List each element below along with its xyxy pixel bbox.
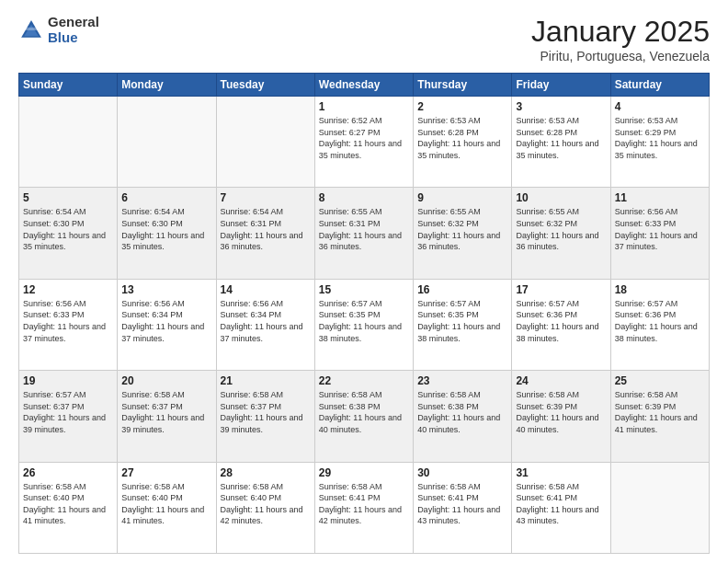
day-info: Sunrise: 6:54 AMSunset: 6:31 PMDaylight:… — [221, 206, 311, 252]
day-number: 9 — [417, 191, 507, 204]
calendar-cell: 1Sunrise: 6:52 AMSunset: 6:27 PMDaylight… — [314, 97, 413, 188]
day-number: 10 — [516, 191, 606, 204]
calendar-cell: 15Sunrise: 6:57 AMSunset: 6:35 PMDayligh… — [314, 279, 413, 370]
day-number: 4 — [615, 100, 705, 113]
header: General Blue January 2025 Piritu, Portug… — [18, 15, 710, 63]
day-info: Sunrise: 6:58 AMSunset: 6:40 PMDaylight:… — [221, 481, 311, 527]
weekday-header: Monday — [118, 74, 216, 97]
calendar-cell: 8Sunrise: 6:55 AMSunset: 6:31 PMDaylight… — [314, 188, 413, 279]
day-info: Sunrise: 6:58 AMSunset: 6:39 PMDaylight:… — [516, 389, 606, 435]
day-info: Sunrise: 6:58 AMSunset: 6:39 PMDaylight:… — [615, 389, 705, 435]
calendar-cell: 5Sunrise: 6:54 AMSunset: 6:30 PMDaylight… — [19, 188, 118, 279]
calendar-cell — [610, 462, 709, 553]
calendar-cell: 14Sunrise: 6:56 AMSunset: 6:34 PMDayligh… — [216, 279, 314, 370]
logo-icon — [18, 17, 44, 43]
calendar-cell: 13Sunrise: 6:56 AMSunset: 6:34 PMDayligh… — [118, 279, 216, 370]
calendar-cell: 10Sunrise: 6:55 AMSunset: 6:32 PMDayligh… — [512, 188, 610, 279]
calendar-cell: 31Sunrise: 6:58 AMSunset: 6:41 PMDayligh… — [512, 462, 610, 553]
day-number: 5 — [23, 191, 113, 204]
day-number: 20 — [121, 374, 211, 387]
calendar-cell — [216, 97, 314, 188]
day-number: 14 — [221, 283, 311, 296]
day-info: Sunrise: 6:57 AMSunset: 6:35 PMDaylight:… — [417, 298, 507, 344]
day-info: Sunrise: 6:53 AMSunset: 6:29 PMDaylight:… — [615, 115, 705, 161]
day-info: Sunrise: 6:56 AMSunset: 6:34 PMDaylight:… — [121, 298, 211, 344]
day-info: Sunrise: 6:58 AMSunset: 6:41 PMDaylight:… — [319, 481, 409, 527]
calendar-cell: 22Sunrise: 6:58 AMSunset: 6:38 PMDayligh… — [314, 371, 413, 462]
calendar-week-row: 5Sunrise: 6:54 AMSunset: 6:30 PMDaylight… — [19, 188, 710, 279]
calendar-cell: 2Sunrise: 6:53 AMSunset: 6:28 PMDaylight… — [414, 97, 512, 188]
calendar-cell: 27Sunrise: 6:58 AMSunset: 6:40 PMDayligh… — [118, 462, 216, 553]
weekday-header: Tuesday — [216, 74, 314, 97]
day-number: 6 — [121, 191, 211, 204]
calendar-cell: 20Sunrise: 6:58 AMSunset: 6:37 PMDayligh… — [118, 371, 216, 462]
day-info: Sunrise: 6:56 AMSunset: 6:33 PMDaylight:… — [615, 206, 705, 252]
calendar-week-row: 12Sunrise: 6:56 AMSunset: 6:33 PMDayligh… — [19, 279, 710, 370]
day-info: Sunrise: 6:58 AMSunset: 6:40 PMDaylight:… — [121, 481, 211, 527]
weekday-header: Sunday — [19, 74, 118, 97]
calendar-cell: 18Sunrise: 6:57 AMSunset: 6:36 PMDayligh… — [610, 279, 709, 370]
day-info: Sunrise: 6:54 AMSunset: 6:30 PMDaylight:… — [23, 206, 113, 252]
day-number: 31 — [516, 466, 606, 479]
calendar-cell: 9Sunrise: 6:55 AMSunset: 6:32 PMDaylight… — [414, 188, 512, 279]
day-number: 18 — [615, 283, 705, 296]
day-info: Sunrise: 6:53 AMSunset: 6:28 PMDaylight:… — [417, 115, 507, 161]
title-section: January 2025 Piritu, Portuguesa, Venezue… — [531, 15, 710, 63]
day-info: Sunrise: 6:55 AMSunset: 6:32 PMDaylight:… — [516, 206, 606, 252]
svg-rect-2 — [26, 27, 37, 29]
day-number: 28 — [221, 466, 311, 479]
day-number: 26 — [23, 466, 113, 479]
logo: General Blue — [18, 15, 99, 45]
calendar-cell: 3Sunrise: 6:53 AMSunset: 6:28 PMDaylight… — [512, 97, 610, 188]
day-number: 1 — [319, 100, 409, 113]
day-info: Sunrise: 6:57 AMSunset: 6:35 PMDaylight:… — [319, 298, 409, 344]
calendar-cell: 24Sunrise: 6:58 AMSunset: 6:39 PMDayligh… — [512, 371, 610, 462]
day-info: Sunrise: 6:57 AMSunset: 6:36 PMDaylight:… — [516, 298, 606, 344]
day-number: 23 — [417, 374, 507, 387]
day-info: Sunrise: 6:55 AMSunset: 6:31 PMDaylight:… — [319, 206, 409, 252]
calendar-cell: 23Sunrise: 6:58 AMSunset: 6:38 PMDayligh… — [414, 371, 512, 462]
day-number: 11 — [615, 191, 705, 204]
calendar-cell: 19Sunrise: 6:57 AMSunset: 6:37 PMDayligh… — [19, 371, 118, 462]
logo-general: General — [48, 15, 99, 30]
day-info: Sunrise: 6:58 AMSunset: 6:40 PMDaylight:… — [23, 481, 113, 527]
day-number: 13 — [121, 283, 211, 296]
logo-text: General Blue — [48, 15, 99, 45]
day-number: 29 — [319, 466, 409, 479]
day-number: 17 — [516, 283, 606, 296]
weekday-header: Thursday — [414, 74, 512, 97]
calendar-week-row: 19Sunrise: 6:57 AMSunset: 6:37 PMDayligh… — [19, 371, 710, 462]
day-info: Sunrise: 6:58 AMSunset: 6:38 PMDaylight:… — [319, 389, 409, 435]
day-number: 21 — [221, 374, 311, 387]
logo-blue: Blue — [48, 30, 99, 46]
day-number: 19 — [23, 374, 113, 387]
calendar-cell: 21Sunrise: 6:58 AMSunset: 6:37 PMDayligh… — [216, 371, 314, 462]
day-number: 27 — [121, 466, 211, 479]
day-number: 16 — [417, 283, 507, 296]
calendar-cell: 6Sunrise: 6:54 AMSunset: 6:30 PMDaylight… — [118, 188, 216, 279]
day-number: 2 — [417, 100, 507, 113]
day-info: Sunrise: 6:57 AMSunset: 6:37 PMDaylight:… — [23, 389, 113, 435]
day-info: Sunrise: 6:55 AMSunset: 6:32 PMDaylight:… — [417, 206, 507, 252]
calendar-cell: 7Sunrise: 6:54 AMSunset: 6:31 PMDaylight… — [216, 188, 314, 279]
calendar-cell: 4Sunrise: 6:53 AMSunset: 6:29 PMDaylight… — [610, 97, 709, 188]
day-info: Sunrise: 6:57 AMSunset: 6:36 PMDaylight:… — [615, 298, 705, 344]
calendar-cell: 29Sunrise: 6:58 AMSunset: 6:41 PMDayligh… — [314, 462, 413, 553]
day-number: 15 — [319, 283, 409, 296]
calendar-cell — [19, 97, 118, 188]
day-info: Sunrise: 6:58 AMSunset: 6:38 PMDaylight:… — [417, 389, 507, 435]
day-number: 30 — [417, 466, 507, 479]
day-info: Sunrise: 6:58 AMSunset: 6:41 PMDaylight:… — [516, 481, 606, 527]
calendar-cell: 12Sunrise: 6:56 AMSunset: 6:33 PMDayligh… — [19, 279, 118, 370]
weekday-header: Saturday — [610, 74, 709, 97]
calendar-week-row: 1Sunrise: 6:52 AMSunset: 6:27 PMDaylight… — [19, 97, 710, 188]
day-number: 8 — [319, 191, 409, 204]
day-number: 3 — [516, 100, 606, 113]
calendar-cell: 30Sunrise: 6:58 AMSunset: 6:41 PMDayligh… — [414, 462, 512, 553]
day-info: Sunrise: 6:52 AMSunset: 6:27 PMDaylight:… — [319, 115, 409, 161]
calendar-cell — [118, 97, 216, 188]
day-info: Sunrise: 6:58 AMSunset: 6:41 PMDaylight:… — [417, 481, 507, 527]
calendar-cell: 28Sunrise: 6:58 AMSunset: 6:40 PMDayligh… — [216, 462, 314, 553]
calendar-week-row: 26Sunrise: 6:58 AMSunset: 6:40 PMDayligh… — [19, 462, 710, 553]
day-number: 12 — [23, 283, 113, 296]
